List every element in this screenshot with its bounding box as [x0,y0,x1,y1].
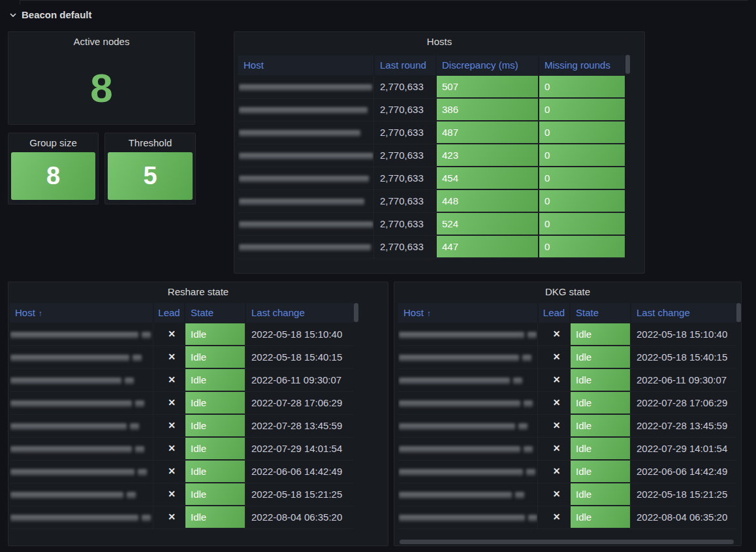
last-change-cell: 2022-07-28 13:45:59 [245,415,354,438]
last-change-cell: 2022-05-18 15:40:15 [245,346,354,369]
lead-x-mark: ✕ [153,461,184,483]
reshare-vertical-scrollbar-thumb[interactable] [354,303,358,322]
column-header-host[interactable]: Host [238,56,373,75]
last-change-cell: 2022-08-04 06:35:20 [630,506,737,529]
column-header-last-change[interactable]: Last change [246,303,354,323]
redacted-host-name [10,377,121,385]
last-change-cell: 2022-05-18 15:40:15 [630,346,737,369]
last-change-cell: 2022-07-28 13:45:59 [630,415,737,438]
redacted-host-name-tail [130,423,139,430]
last-round-cell: 2,770,633 [373,167,435,190]
redacted-host-name [10,514,138,522]
lead-x-mark: ✕ [537,323,569,346]
panel-active-nodes: Active nodes 8 [8,31,195,125]
last-round-cell: 2,770,633 [373,236,435,259]
panel-threshold: Threshold 5 [104,133,196,204]
section-title: Beacon default [22,9,92,20]
table-row: 2,770,6334870 [238,122,625,144]
last-change-cell: 2022-06-06 14:42:49 [630,461,737,483]
lead-x-mark: ✕ [537,346,569,369]
lead-x-mark: ✕ [153,483,184,506]
last-round-cell: 2,770,633 [373,76,435,99]
table-row: ✕Idle2022-07-28 13:45:59 [398,415,737,438]
table-row: ✕Idle2022-05-18 15:21:25 [398,483,737,506]
table-row: ✕Idle2022-05-18 15:40:15 [398,346,737,369]
lead-x-mark: ✕ [537,483,569,506]
discrepancy-cell: 423 [437,144,538,166]
column-header-missing-rounds[interactable]: Missing rounds [539,56,625,75]
panel-title-hosts[interactable]: Hosts [234,32,644,52]
column-header-discrepancy[interactable]: Discrepancy (ms) [437,56,538,75]
hosts-table-header: Host Last round Discrepancy (ms) Missing… [238,56,625,75]
sort-asc-icon: ↑ [427,309,431,318]
section-header-beacon-default[interactable]: Beacon default [9,9,92,20]
redacted-host-name [10,400,132,408]
last-round-cell: 2,770,633 [373,213,435,236]
missing-rounds-cell: 0 [539,190,625,212]
last-change-cell: 2022-05-18 15:10:40 [245,323,354,346]
hosts-table-body: 2,770,63350702,770,63338602,770,63348702… [238,76,625,259]
panel-title-group-size[interactable]: Group size [8,133,98,153]
table-row: ✕Idle2022-06-11 09:30:07 [10,369,354,392]
dkg-vertical-scrollbar-thumb[interactable] [736,303,741,322]
host-cell [10,415,153,438]
discrepancy-cell: 507 [437,76,538,97]
column-header-state[interactable]: State [571,303,630,323]
dkg-horizontal-scrollbar-thumb[interactable] [400,540,734,544]
host-cell [398,415,537,438]
column-header-last-change[interactable]: Last change [631,303,737,323]
group-size-value: 8 [11,152,95,200]
table-row: ✕Idle2022-05-18 15:10:40 [398,323,737,346]
host-cell [10,438,153,461]
lead-x-mark: ✕ [537,415,569,438]
table-row: ✕Idle2022-05-18 15:10:40 [10,323,354,346]
missing-rounds-cell: 0 [539,167,625,189]
lead-x-mark: ✕ [537,438,569,461]
redacted-host-name-tail [142,331,151,339]
redacted-host-name [399,491,512,499]
lead-x-mark: ✕ [537,369,569,392]
state-cell: Idle [185,483,245,505]
panel-dkg-state: DKG state Host↑ Lead State Last change ✕… [394,282,742,546]
redacted-host-name-tail [125,377,134,385]
last-change-cell: 2022-08-04 06:35:20 [245,506,354,529]
panel-title-dkg-state[interactable]: DKG state [394,282,741,302]
column-header-lead[interactable]: Lead [154,303,184,323]
host-cell [398,346,537,369]
redacted-host-name [10,423,127,430]
redacted-host-name [239,198,364,206]
redacted-host-name-tail [138,468,147,476]
redacted-host-name [10,468,134,476]
lead-x-mark: ✕ [153,346,184,369]
redacted-host-name [399,468,523,476]
redacted-host-name [239,152,373,160]
lead-x-mark: ✕ [153,438,184,461]
table-row: 2,770,6335240 [238,213,625,236]
discrepancy-cell: 487 [437,122,538,143]
redacted-host-name [399,331,524,339]
active-nodes-value: 8 [8,52,195,124]
lead-x-mark: ✕ [153,506,184,529]
redacted-host-name [10,491,123,499]
state-cell: Idle [571,438,630,459]
missing-rounds-cell: 0 [539,122,625,143]
column-header-host-sorted[interactable]: Host↑ [398,303,537,323]
redacted-host-name-tail [518,423,528,430]
column-header-lead[interactable]: Lead [539,303,569,323]
table-row: ✕Idle2022-06-06 14:42:49 [10,461,354,483]
panel-title-threshold[interactable]: Threshold [105,133,195,153]
column-header-state[interactable]: State [185,303,245,323]
discrepancy-cell: 447 [437,236,538,257]
reshare-table-body: ✕Idle2022-05-18 15:10:40✕Idle2022-05-18 … [10,323,354,529]
hosts-vertical-scrollbar-thumb[interactable] [625,55,630,74]
dkg-table-body: ✕Idle2022-05-18 15:10:40✕Idle2022-05-18 … [398,323,737,529]
last-round-cell: 2,770,633 [373,99,435,122]
column-header-last-round[interactable]: Last round [375,56,435,75]
panel-title-active-nodes[interactable]: Active nodes [8,32,195,52]
state-cell: Idle [571,461,630,482]
host-cell [10,392,153,415]
discrepancy-cell: 524 [437,213,538,235]
panel-title-reshare-state[interactable]: Reshare state [8,282,388,302]
host-cell [398,461,537,483]
column-header-host-sorted[interactable]: Host↑ [10,303,153,323]
